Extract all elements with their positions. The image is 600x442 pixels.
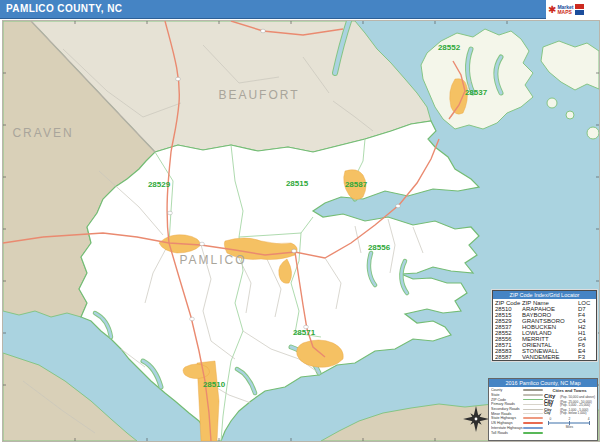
logo-blocks — [575, 4, 584, 15]
county-label-pamlico: PAMLICO — [179, 253, 246, 267]
legend-line-swatch — [523, 427, 543, 430]
legend-line-label: Secondary Roads — [491, 407, 523, 411]
city-size-label: City — [544, 411, 560, 415]
legend-city-item: City(Pop. below 1,000) — [544, 411, 595, 416]
legend-line-label: Interstate Highways — [491, 426, 523, 430]
legend-line-swatch — [523, 422, 543, 424]
legend-line-swatch — [523, 432, 543, 434]
zip-code-cell: 28587 — [495, 354, 522, 360]
map-legend: 2016 Pamlico County, NC Map CountyStateZ… — [488, 378, 598, 441]
legend-line-item: Toll Roads — [491, 430, 544, 435]
logo-word-2: MAPS — [557, 10, 573, 15]
legend-line-label: Minor Roads — [491, 412, 523, 416]
legend-line-swatch — [523, 413, 543, 414]
legend-line-swatch — [523, 399, 543, 401]
legend-line-items: CountyStateZIP CodePrimary RoadsSecondar… — [491, 388, 544, 435]
map-page: PAMLICO COUNTY, NC ✱ Market MAPS — [0, 0, 600, 442]
zip-label-28587: 28587 — [345, 180, 368, 189]
city-pop-range: (Pop. 50,000 and above) — [560, 395, 595, 399]
legend-line-swatch — [523, 389, 543, 391]
zip-label-28529: 28529 — [148, 180, 171, 189]
zip-label-28515: 28515 — [286, 179, 309, 188]
islet — [547, 98, 557, 108]
zip-label-28537: 28537 — [465, 88, 488, 97]
logo-star-icon: ✱ — [548, 5, 556, 15]
zip-table-title: ZIP Code Index/Grid Locator — [493, 291, 596, 299]
legend-line-label: State Highways — [491, 416, 523, 420]
legend-line-swatch — [523, 409, 543, 410]
legend-line-label: Primary Roads — [491, 402, 523, 406]
islet — [566, 111, 574, 119]
zip-index-table: ZIP Code Index/Grid Locator ZIP Code ZIP… — [492, 290, 597, 361]
title-bar: PAMLICO COUNTY, NC — [0, 0, 546, 19]
legend-line-swatch — [523, 404, 543, 406]
loc-cell: F3 — [578, 354, 594, 360]
zip-table-rows: 28510ARAPAHOED728515BAYBOROF428529GRANTS… — [493, 306, 596, 360]
scale-label: Miles — [544, 425, 595, 429]
legend-line-label: State — [491, 393, 523, 397]
county-label-beaufort: BEAUFORT — [218, 88, 299, 102]
islet — [587, 127, 599, 139]
legend-line-label: County — [491, 388, 523, 392]
zip-label-28552: 28552 — [438, 43, 461, 52]
city-pop-range: (Pop. below 1,000) — [560, 411, 587, 415]
legend-line-swatch — [523, 417, 543, 419]
legend-title: 2016 Pamlico County, NC Map — [489, 379, 597, 387]
legend-line-label: US Highways — [491, 421, 523, 425]
zip-label-28571: 28571 — [293, 328, 316, 337]
zip-table-row: 28587VANDEMEREF3 — [493, 354, 596, 360]
zip-name-cell: VANDEMERE — [522, 354, 578, 360]
legend-line-label: ZIP Code — [491, 398, 523, 402]
zip-label-28510: 28510 — [203, 380, 226, 389]
marketmaps-logo: ✱ Market MAPS — [548, 1, 598, 18]
zip-label-28556: 28556 — [368, 243, 391, 252]
legend-city-items: City(Pop. 50,000 and above)City(Pop. 25,… — [544, 393, 595, 416]
city-pop-range: (Pop. 5,000 - 25,000) — [560, 403, 590, 407]
page-title: PAMLICO COUNTY, NC — [6, 3, 122, 14]
county-label-craven: CRAVEN — [12, 126, 73, 140]
zip-table-header: ZIP Code ZIP Name LOC — [493, 299, 596, 306]
legend-line-label: Toll Roads — [491, 431, 523, 435]
scale-bar: 024 Miles — [544, 418, 595, 430]
legend-line-swatch — [523, 394, 543, 396]
